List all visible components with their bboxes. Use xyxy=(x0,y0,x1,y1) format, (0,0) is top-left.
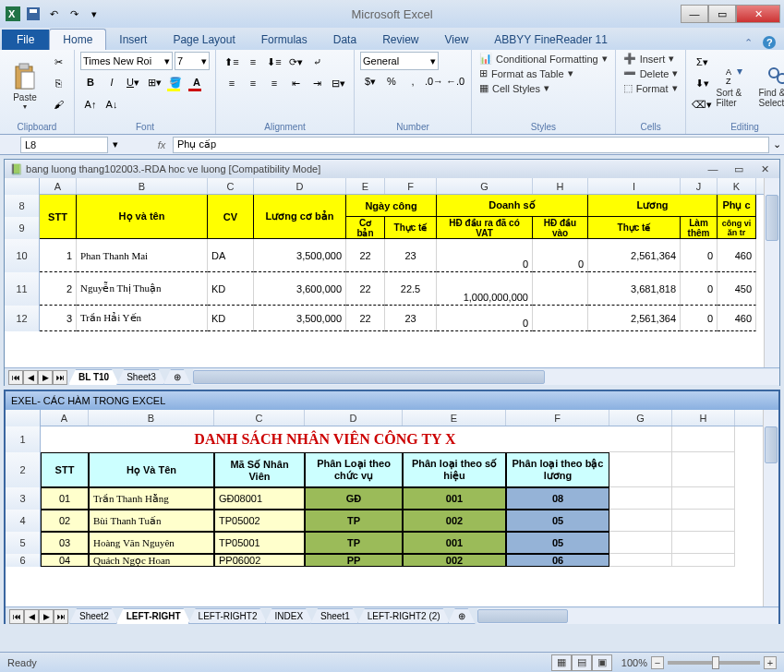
wb2-col-B[interactable]: B xyxy=(89,410,214,426)
wb2-new-tab[interactable]: ⊕ xyxy=(448,608,476,624)
wb2-col-F[interactable]: F xyxy=(506,410,609,426)
align-right-button[interactable]: ≡ xyxy=(264,73,284,93)
minimize-ribbon-icon[interactable]: ⌃ xyxy=(744,37,753,49)
wb1-tab-prev[interactable]: ◀ xyxy=(23,370,38,385)
wb1-col-G[interactable]: G xyxy=(437,178,533,194)
decrease-indent-button[interactable]: ⇤ xyxy=(285,73,306,93)
wb2-sheet[interactable]: ABCDEFGH 1 DANH SÁCH NHÂN VIÊN CÔNG TY X… xyxy=(6,410,778,606)
insert-tab[interactable]: Insert xyxy=(106,30,160,50)
grow-font-button[interactable]: A↑ xyxy=(80,94,101,114)
conditional-formatting-button[interactable]: 📊 Conditional Formatting ▾ xyxy=(477,52,609,66)
font-color-button[interactable]: A xyxy=(187,72,207,92)
wb1-tab-1[interactable]: Sheet3 xyxy=(116,369,166,385)
font-name-combo[interactable]: Times New Roi▾ xyxy=(80,52,173,70)
qat-dropdown-icon[interactable]: ▾ xyxy=(85,5,103,23)
font-size-combo[interactable]: 7▾ xyxy=(175,52,210,70)
autosum-button[interactable]: Σ▾ xyxy=(692,52,712,72)
excel-icon[interactable]: X xyxy=(4,5,22,23)
page-layout-view-button[interactable]: ▤ xyxy=(572,654,592,671)
name-box-dropdown[interactable]: ▾ xyxy=(108,138,123,150)
delete-cells-button[interactable]: ➖ Delete ▾ xyxy=(621,66,681,80)
formulas-tab[interactable]: Formulas xyxy=(248,30,320,50)
wb2-tab-0[interactable]: Sheet2 xyxy=(69,608,119,624)
wb1-new-tab[interactable]: ⊕ xyxy=(163,369,191,385)
wb2-tab-3[interactable]: INDEX xyxy=(265,608,314,624)
wb1-tab-next[interactable]: ▶ xyxy=(38,370,53,385)
wb1-col-E[interactable]: E xyxy=(346,178,385,194)
undo-icon[interactable]: ↶ xyxy=(44,5,63,23)
copy-button[interactable]: ⎘ xyxy=(48,73,68,93)
minimize-button[interactable]: — xyxy=(681,5,708,23)
find-select-button[interactable]: Find & Select xyxy=(758,52,784,121)
format-as-table-button[interactable]: ⊞ Format as Table ▾ xyxy=(477,66,609,80)
wb2-tab-2[interactable]: LEFT-RIGHT2 xyxy=(188,608,268,624)
close-button[interactable]: ✕ xyxy=(736,5,780,23)
page-layout-tab[interactable]: Page Layout xyxy=(160,30,247,50)
wb2-col-H[interactable]: H xyxy=(672,410,735,426)
wb1-col-D[interactable]: D xyxy=(254,178,346,194)
bold-button[interactable]: B xyxy=(80,72,101,92)
wb1-col-J[interactable]: J xyxy=(681,178,718,194)
orientation-button[interactable]: ⟳▾ xyxy=(285,52,306,72)
wb2-tab-5[interactable]: LEFT-RIGHT2 (2) xyxy=(357,608,451,624)
zoom-slider[interactable] xyxy=(668,661,760,665)
insert-cells-button[interactable]: ➕ Insert ▾ xyxy=(621,52,681,66)
formula-input[interactable]: Phụ cấp xyxy=(173,137,769,153)
wb2-tab-4[interactable]: Sheet1 xyxy=(310,608,360,624)
zoom-level[interactable]: 100% xyxy=(621,657,647,668)
format-painter-button[interactable]: 🖌 xyxy=(48,94,68,114)
help-icon[interactable]: ? xyxy=(762,35,777,50)
format-cells-button[interactable]: ⬚ Format ▾ xyxy=(621,81,681,95)
wb1-col-B[interactable]: B xyxy=(77,178,208,194)
wb2-tab-first[interactable]: ⏮ xyxy=(9,609,24,624)
workbook-2-title-bar[interactable]: EXEL- CÁC HÀM TRONG EXCEL xyxy=(6,391,778,410)
wb2-col-G[interactable]: G xyxy=(609,410,672,426)
normal-view-button[interactable]: ▦ xyxy=(551,654,572,671)
view-tab[interactable]: View xyxy=(432,30,482,50)
increase-indent-button[interactable]: ⇥ xyxy=(307,73,327,93)
wb2-tab-prev[interactable]: ◀ xyxy=(24,609,39,624)
page-break-view-button[interactable]: ▣ xyxy=(592,654,612,671)
maximize-button[interactable]: ▭ xyxy=(708,5,736,23)
wb2-tab-1[interactable]: LEFT-RIGHT xyxy=(116,608,191,624)
file-tab[interactable]: File xyxy=(2,30,49,50)
wb2-tab-next[interactable]: ▶ xyxy=(39,609,54,624)
cut-button[interactable]: ✂ xyxy=(48,52,68,72)
formula-expand-icon[interactable]: ⌄ xyxy=(769,138,784,150)
wb1-minimize-button[interactable]: — xyxy=(704,163,722,175)
clear-button[interactable]: ⌫▾ xyxy=(692,94,712,114)
align-top-button[interactable]: ⬆≡ xyxy=(222,52,242,72)
comma-button[interactable]: , xyxy=(403,71,423,91)
wb2-col-C[interactable]: C xyxy=(214,410,305,426)
wb1-col-I[interactable]: I xyxy=(588,178,681,194)
wb2-tab-last[interactable]: ⏭ xyxy=(54,609,68,624)
increase-decimal-button[interactable]: .0→ xyxy=(424,71,444,91)
wb1-col-A[interactable]: A xyxy=(40,178,77,194)
wb1-col-F[interactable]: F xyxy=(385,178,437,194)
wb1-tab-last[interactable]: ⏭ xyxy=(53,370,67,385)
fill-color-button[interactable]: 🪣 xyxy=(165,72,186,92)
wb1-sheet[interactable]: ABCDEFGHIJK 8 STT Họ và tên CV Lương cơ … xyxy=(5,178,779,367)
redo-icon[interactable]: ↷ xyxy=(65,5,83,23)
wb1-tab-0[interactable]: BL T10 xyxy=(68,369,119,385)
save-icon[interactable] xyxy=(24,5,42,23)
wb1-col-C[interactable]: C xyxy=(208,178,254,194)
review-tab[interactable]: Review xyxy=(369,30,431,50)
workbook-1-title-bar[interactable]: 📗 bang luong thang102003.-RDA hoc ve luo… xyxy=(5,160,779,178)
merge-button[interactable]: ⊟▾ xyxy=(328,73,348,93)
data-tab[interactable]: Data xyxy=(320,30,369,50)
currency-button[interactable]: $▾ xyxy=(360,71,380,91)
home-tab[interactable]: Home xyxy=(49,29,106,50)
shrink-font-button[interactable]: A↓ xyxy=(102,94,122,114)
wb2-vscroll[interactable] xyxy=(763,410,778,606)
abbyy-tab[interactable]: ABBYY FineReader 11 xyxy=(481,30,621,50)
underline-button[interactable]: U▾ xyxy=(123,72,143,92)
wb1-col-K[interactable]: K xyxy=(718,178,756,194)
wb1-close-button[interactable]: ✕ xyxy=(755,163,774,175)
wb1-tab-first[interactable]: ⏮ xyxy=(8,370,23,385)
wb1-vscroll[interactable] xyxy=(764,178,779,367)
name-box[interactable]: L8 xyxy=(20,137,108,153)
fx-button[interactable]: fx xyxy=(151,139,173,150)
align-bottom-button[interactable]: ⬇≡ xyxy=(264,52,284,72)
align-middle-button[interactable]: ≡ xyxy=(243,52,263,72)
